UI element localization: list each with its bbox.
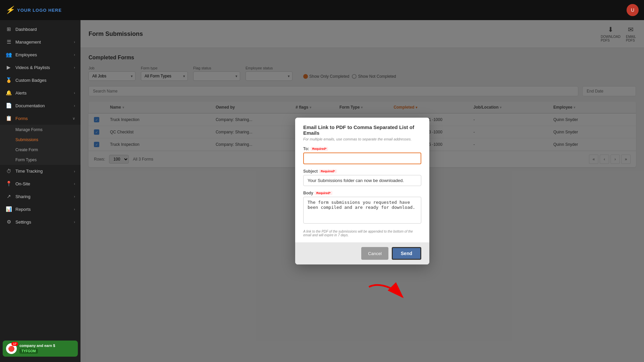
body-field-label: Body Required* [303, 191, 421, 195]
videos-icon: ▶ [5, 64, 12, 70]
sidebar-item-on-site[interactable]: 📍 On-Site › [0, 177, 80, 190]
modal-footer: Cancel Send [295, 242, 429, 264]
sidebar-item-manage-forms[interactable]: Manage Forms [0, 125, 80, 135]
sidebar-item-alerts[interactable]: 🔔 Alerts › [0, 86, 80, 99]
sidebar-item-form-types[interactable]: Form Types [0, 155, 80, 165]
required-tag: Required* [311, 147, 328, 151]
top-bar: ⚡ YoUR Logo HeRE U [0, 0, 644, 20]
modal-body: To: Required* Subject Required* [295, 141, 429, 242]
chevron-down-icon: ∨ [72, 116, 75, 121]
promo-bar[interactable]: 🔴 17 company and earn $ TYFGOM [3, 341, 78, 357]
chevron-right-icon: › [74, 104, 75, 108]
promo-content: company and earn $ TYFGOM [19, 344, 55, 354]
sidebar-item-reports[interactable]: 📊 Reports › [0, 203, 80, 216]
sidebar-item-label: Time Tracking [15, 169, 70, 174]
sidebar-item-label: Management [15, 40, 70, 45]
dashboard-icon: ⊞ [5, 26, 12, 32]
required-tag: Required* [315, 191, 332, 195]
forms-submenu: Manage Forms Submissions Create Form For… [0, 125, 80, 165]
sidebar-item-custom-badges[interactable]: 🏅 Custom Badges [0, 74, 80, 86]
sidebar-item-documentation[interactable]: 📄 Documentation › [0, 99, 80, 112]
sidebar-item-label: Custom Badges [15, 78, 75, 83]
chevron-right-icon: › [74, 169, 75, 173]
sidebar-item-time-tracking[interactable]: ⏱ Time Tracking › [0, 165, 80, 177]
modal-header: Email Link to PDF to Comma Separated Lis… [295, 118, 429, 141]
chevron-right-icon: › [74, 220, 75, 224]
promo-sub-label: TYFGOM [19, 349, 38, 354]
sidebar-item-settings[interactable]: ⚙ Settings › [0, 216, 80, 228]
modal-overlay: Email Link to PDF to Comma Separated Lis… [80, 20, 644, 362]
modal-title: Email Link to PDF to Comma Separated Lis… [303, 124, 421, 136]
to-email-input[interactable] [303, 153, 421, 164]
send-button[interactable]: Send [392, 247, 421, 260]
sharing-icon: ↗ [5, 193, 12, 199]
sidebar-item-dashboard[interactable]: ⊞ Dashboard [0, 23, 80, 36]
sidebar-item-label: Sharing [15, 194, 70, 199]
promo-logo-wrap: 🔴 17 [6, 343, 17, 354]
chevron-right-icon: › [74, 91, 75, 95]
sidebar-item-submissions[interactable]: Submissions [0, 135, 80, 145]
to-field: To: Required* [303, 146, 421, 164]
logo-text: YoUR Logo HeRE [17, 8, 62, 13]
sidebar: ⊞ Dashboard ☰ Management › 👥 Employees ›… [0, 20, 80, 362]
arrow-annotation [362, 280, 416, 315]
avatar[interactable]: U [627, 4, 639, 16]
chevron-right-icon: › [74, 207, 75, 211]
chevron-right-icon: › [74, 65, 75, 69]
management-icon: ☰ [5, 39, 12, 45]
email-modal: Email Link to PDF to Comma Separated Lis… [295, 118, 429, 264]
subject-field: Subject Required* [303, 169, 421, 186]
logo-area: ⚡ YoUR Logo HeRE [5, 6, 62, 14]
sidebar-item-label: Settings [15, 220, 70, 225]
employees-icon: 👥 [5, 52, 12, 58]
modal-subtitle: For multiple emails, use commas to separ… [303, 137, 421, 141]
sidebar-item-label: Videos & Playlists [15, 65, 70, 70]
sidebar-item-label: Dashboard [15, 27, 75, 32]
sidebar-item-videos[interactable]: ▶ Videos & Playlists › [0, 61, 80, 74]
sidebar-item-label: Employees [15, 52, 70, 57]
forms-icon: 📋 [5, 115, 12, 121]
sidebar-item-employees[interactable]: 👥 Employees › [0, 48, 80, 61]
subject-input[interactable] [303, 175, 421, 186]
reports-icon: 📊 [5, 206, 12, 212]
sidebar-item-label: Forms [15, 116, 69, 121]
settings-icon: ⚙ [5, 219, 12, 225]
logo-icon: ⚡ [5, 6, 14, 14]
time-tracking-icon: ⏱ [5, 168, 12, 174]
arrow-svg [362, 280, 416, 314]
body-textarea[interactable]: The form submissions you requested have … [303, 197, 421, 224]
chevron-right-icon: › [74, 53, 75, 57]
sidebar-item-forms[interactable]: 📋 Forms ∨ [0, 112, 80, 125]
main-layout: ⊞ Dashboard ☰ Management › 👥 Employees ›… [0, 20, 644, 362]
sidebar-item-sharing[interactable]: ↗ Sharing › [0, 190, 80, 203]
modal-note: A link to the PDF of the submissions wil… [303, 230, 421, 237]
chevron-right-icon: › [74, 194, 75, 198]
sidebar-item-management[interactable]: ☰ Management › [0, 36, 80, 48]
chevron-right-icon: › [74, 40, 75, 44]
sidebar-item-label: On-Site [15, 181, 70, 186]
body-field: Body Required* The form submissions you … [303, 191, 421, 225]
content-area: Form Submissions ⬇ DOWNLOADPDFS ✉ EMAILP… [80, 20, 644, 362]
chevron-right-icon: › [74, 182, 75, 186]
cancel-button[interactable]: Cancel [361, 247, 388, 260]
sidebar-item-label: Documentation [15, 103, 70, 108]
to-field-label: To: Required* [303, 146, 421, 151]
sidebar-item-label: Reports [15, 207, 70, 212]
alerts-icon: 🔔 [5, 90, 12, 96]
promo-text: company and earn $ [19, 344, 55, 348]
subject-field-label: Subject Required* [303, 169, 421, 174]
sidebar-item-label: Alerts [15, 90, 70, 96]
badges-icon: 🏅 [5, 77, 12, 83]
promo-badge: 17 [11, 342, 18, 346]
required-tag: Required* [319, 169, 337, 173]
documentation-icon: 📄 [5, 103, 12, 109]
sidebar-item-create-form[interactable]: Create Form [0, 145, 80, 155]
on-site-icon: 📍 [5, 181, 12, 187]
